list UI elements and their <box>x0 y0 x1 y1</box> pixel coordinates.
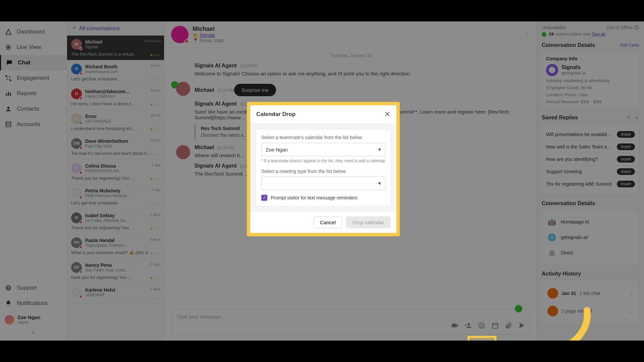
online-dot-icon <box>542 32 546 37</box>
user-block[interactable]: Zoe Ngan Admin <box>0 311 67 328</box>
card-title: Company Info <box>546 56 635 61</box>
saved-reply-row: Will presentations be availabl…Insert <box>546 128 635 141</box>
conversation-item[interactable]: MMichaelSignalsReviewedThe RevTech Summi… <box>67 36 164 60</box>
company-location: Location: Provo, Utah <box>546 92 635 97</box>
help-icon: ? <box>5 284 12 292</box>
chevron-down-icon: ⌄ <box>630 308 634 314</box>
right-panel: Unavailable Out of Office 24 visitors on… <box>537 21 644 341</box>
dashboard-icon <box>5 28 12 36</box>
contact-location: 📍 Provo, Utah <box>193 38 224 43</box>
visitors-row: 24 visitors online now See all <box>542 32 639 37</box>
conversation-list: All conversations MMichaelSignalsReviewe… <box>67 21 164 341</box>
chevron-down-icon: ▾ <box>378 146 381 153</box>
nav-label: Dashboard <box>17 28 45 35</box>
add-person-icon[interactable] <box>465 322 472 331</box>
company-industry: Industry: marketing & advertising <box>546 78 635 83</box>
conversation-item[interactable]: PPetria MckelveyPMB Precision Medical…1 … <box>67 184 164 209</box>
user-role: Admin <box>17 320 40 325</box>
out-of-office[interactable]: Out of Office <box>606 25 639 30</box>
svg-point-14 <box>468 323 470 325</box>
teammate-label: Select a teammate's calendar from the li… <box>261 135 385 140</box>
nav-liveview[interactable]: Live View <box>0 40 67 55</box>
svg-point-3 <box>10 80 11 81</box>
saved-replies-card: Will presentations be availabl…InsertHow… <box>542 124 639 194</box>
drop-calendar-button[interactable]: Drop calendar <box>346 217 390 228</box>
nav-support[interactable]: ? Support <box>0 280 67 296</box>
svg-text:?: ? <box>7 286 9 290</box>
saved-reply-row: How well is the Sales Team e…Insert <box>546 141 635 153</box>
accounts-icon <box>5 121 12 128</box>
close-icon[interactable]: ✕ <box>384 110 390 119</box>
svg-point-0 <box>8 47 9 48</box>
saved-reply-row: How are you Identifying?Insert <box>546 153 635 166</box>
svg-rect-18 <box>492 323 498 328</box>
meeting-type-select[interactable]: ▾ <box>261 177 385 190</box>
contact-avatar <box>171 26 189 43</box>
saved-reply-row: Support GreetingInsert <box>546 166 635 178</box>
nav-notifications[interactable]: Notifications <box>0 296 67 311</box>
nav-label: Engagement <box>17 75 49 81</box>
detail-row: 🌐getsignals.ai/ <box>546 230 635 245</box>
insert-button[interactable]: Insert <box>617 143 635 150</box>
saved-reply-row: Thx for registering ABE SummitInsert <box>546 178 635 190</box>
collapse-nav[interactable] <box>0 328 67 338</box>
composer-placeholder: Type your message… <box>177 314 524 319</box>
calendar-drop-modal: Calendar Drop ✕ Select a teammate's cale… <box>247 102 400 236</box>
nav-reports[interactable]: Reports <box>0 86 67 101</box>
message-composer[interactable]: Type your message… <box>171 309 530 335</box>
detail-row: 🤖Homepage AI <box>546 214 635 230</box>
calendar-icon[interactable] <box>491 322 499 331</box>
nav-engagement[interactable]: Engagement <box>0 70 67 86</box>
company-domain: getsignals.ai <box>561 70 586 75</box>
chat-more-icon[interactable]: ⋮ <box>523 31 530 39</box>
presence-status: Unavailable <box>542 25 566 30</box>
reports-icon <box>5 90 12 97</box>
emoji-icon[interactable] <box>478 322 485 331</box>
contact-company-link[interactable]: Signals <box>200 33 215 38</box>
activity-dot-icon <box>547 288 558 299</box>
convlist-header[interactable]: All conversations <box>67 21 164 36</box>
section-title: Conversation Details <box>542 42 595 48</box>
meeting-type-label: Select a meeting type from the list belo… <box>261 169 385 174</box>
reminders-checkbox[interactable]: ✓ <box>261 195 267 201</box>
conversation-item[interactable]: DWDave WinterbottomPark City, Utah21 hrs… <box>67 135 164 160</box>
chat-message: Michael10:23 PMSurprise me <box>195 81 527 96</box>
nav-label: Accounts <box>17 121 40 128</box>
nav-dashboard[interactable]: Dashboard <box>0 24 67 40</box>
insert-button[interactable]: Insert <box>617 168 635 175</box>
conversation-item[interactable]: PCelina DiscuaPEERGROUPUSA1 dayThank you… <box>67 160 164 184</box>
chat-header: Michael 📁 Signals 📍 Provo, Utah ⋮ <box>164 21 537 48</box>
quick-reply-pill[interactable]: Surprise me <box>234 84 276 96</box>
conversation-item[interactable]: Hhiethan@fakecom…FAKECOMPANY19 hrsI'm so… <box>67 85 164 110</box>
modal-title: Calendar Drop <box>256 111 296 118</box>
video-icon[interactable] <box>451 322 459 331</box>
insert-button[interactable]: Insert <box>617 181 635 187</box>
company-card: Company Info Signals getsignals.ai Indus… <box>542 52 639 109</box>
teammate-select[interactable]: Zoe Ngan ▾ <box>261 143 385 156</box>
nav-chat[interactable]: Chat <box>0 55 67 70</box>
conversation-item[interactable]: RRichard Boothmarketsource.com19 hrsLet'… <box>67 60 164 85</box>
convlist-title: All conversations <box>79 25 120 32</box>
section-title: Activity History <box>542 271 581 277</box>
conversation-item[interactable]: NPNancy PenaSan Pedro Sula, Corté…2 days… <box>67 259 164 284</box>
conversation-item[interactable]: ISIsabel SeklayLa Ceiba, Atlántida De…2 … <box>67 209 164 234</box>
nav-accounts[interactable]: Accounts <box>0 117 67 132</box>
edit-cards-link[interactable]: Edit Cards <box>621 43 639 48</box>
insert-button[interactable]: Insert <box>617 156 635 163</box>
nav-contacts[interactable]: Contacts <box>0 101 67 117</box>
chevron-right-icon <box>72 25 76 32</box>
svg-point-15 <box>479 323 485 328</box>
bell-icon <box>5 300 12 307</box>
see-all-link[interactable]: See all <box>592 32 605 37</box>
conversation-item[interactable]: EEnocGETSIGNALS20 hrsI understand how fr… <box>67 110 164 135</box>
liveview-icon <box>5 44 12 51</box>
cancel-button[interactable]: Cancel <box>314 217 342 228</box>
activity-row[interactable]: Jan 311 bot chat⌄ <box>546 285 635 302</box>
filter-icon[interactable] <box>626 115 639 120</box>
chat-icon <box>6 59 13 66</box>
reminders-label: Prompt visitor for text message reminder… <box>271 195 358 200</box>
conversation-item[interactable]: KKarlene HolstJAREMAR2 days☆☆☆ <box>67 284 164 303</box>
insert-button[interactable]: Insert <box>617 131 635 138</box>
conversation-item[interactable]: PHPaola HandalTegucigalpa, Francisc…2 da… <box>67 234 164 259</box>
user-name: Zoe Ngan <box>17 314 40 320</box>
